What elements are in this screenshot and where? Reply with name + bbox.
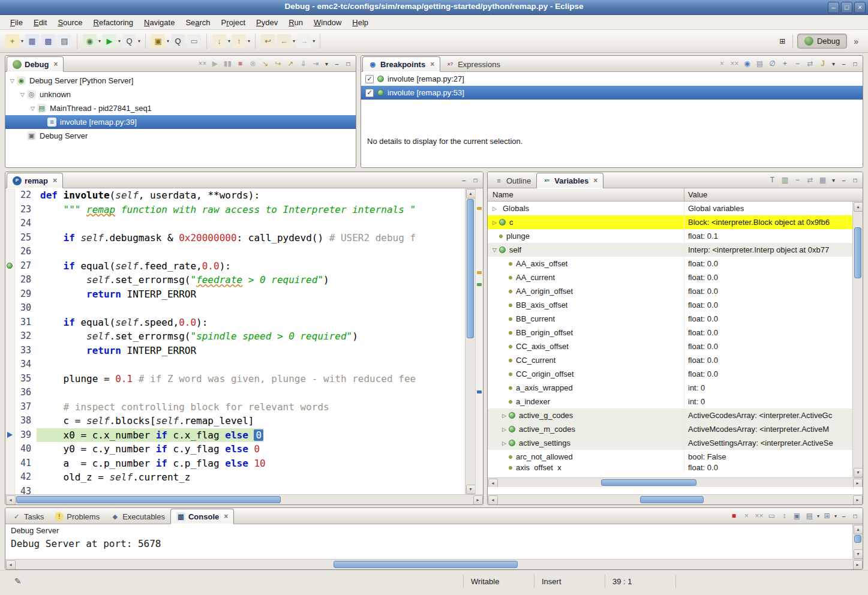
annotation-ruler-cell[interactable] [5,357,15,372]
scroll-left-icon[interactable]: ◂ [6,560,16,570]
previous-annotation-dropdown[interactable]: ▾ [248,38,250,44]
scroll-left-icon[interactable]: ◂ [6,495,16,505]
menu-edit[interactable]: Edit [28,16,52,29]
detail-pane-icon[interactable]: ▦ [817,175,828,186]
external-tools-icon[interactable]: Q [122,34,136,48]
code-line[interactable]: 24 [5,217,465,231]
close-tab-icon[interactable]: × [53,176,57,185]
code-line[interactable]: 43 [5,485,465,495]
code-line[interactable]: 38 c = self.blocks[self.remap_level] [5,414,465,428]
annotation-ruler-cell[interactable] [5,301,15,315]
annotation-ruler-cell[interactable] [5,188,15,203]
search-icon[interactable]: Q [171,34,185,48]
remove-all-terminated-icon[interactable]: ×× [753,510,765,522]
menu-search[interactable]: Search [180,16,215,29]
menu-pydev[interactable]: Pydev [251,16,283,29]
new-wizard-icon[interactable]: + [5,34,19,48]
annotation-ruler-cell[interactable] [5,245,15,259]
scrollbar-track[interactable] [466,199,474,483]
open-console-icon[interactable]: ⊞ [821,510,833,522]
scrollbar-thumb[interactable] [854,227,861,278]
show-breakpoints-for-icon[interactable]: ◉ [741,58,753,70]
debug-tree-item[interactable]: ▽▤MainThread - pid27841_seq1 [5,101,356,115]
scrollbar-track[interactable] [16,560,852,569]
minimize-button[interactable]: – [828,2,839,13]
tab-console[interactable]: ▥Console× [170,509,234,524]
new-wizard-dropdown[interactable]: ▾ [21,38,23,44]
code-line[interactable]: 29 return INTERP_ERROR [5,287,465,302]
open-perspective-icon[interactable]: ⊞ [777,35,788,47]
skip-all-breakpoints-icon[interactable]: ∅ [767,58,778,70]
close-tab-icon[interactable]: × [593,176,597,185]
annotation-ruler-cell[interactable] [5,217,15,231]
debug-icon[interactable]: ◉ [83,34,97,48]
menu-refactoring[interactable]: Refactoring [88,16,139,29]
menu-source[interactable]: Source [52,16,88,29]
code-line[interactable]: 31 if equal(self.speed,0.0): [5,315,465,330]
breakpoint-item[interactable]: ✓involute [remap.py:53] [361,86,863,100]
previous-annotation-icon[interactable]: ↑ [232,34,246,48]
tab-variables[interactable]: x=Variables× [536,173,603,188]
go-to-file-icon[interactable]: ▤ [754,58,765,70]
minimize-view-icon[interactable]: – [839,59,849,68]
debug-tree-item[interactable]: ▽◉Debug Server [Python Server] [5,74,356,88]
variable-row[interactable]: a_indexerint: 0 [488,395,852,408]
maximize-view-icon[interactable]: □ [470,175,480,185]
tree-expander-icon[interactable]: ▽ [18,92,27,98]
terminate-icon[interactable]: ■ [235,58,246,70]
minimize-view-icon[interactable]: – [839,511,849,521]
next-annotation-dropdown[interactable]: ▾ [228,38,230,44]
variable-row[interactable]: ▷GlobalsGlobal variables [488,202,852,215]
tab-debug[interactable]: Debug× [7,56,64,72]
tab-outline[interactable]: ≡Outline [489,173,536,188]
annotation-ruler-cell[interactable] [5,315,15,330]
annotation-ruler-cell[interactable] [5,414,15,428]
variables-tree-horizontal-scrollbar[interactable]: ◂ ▸ [488,477,863,487]
code-line[interactable]: 40 y0 = c.y_number if c.y_flag else 0 [5,442,465,456]
scroll-lock-icon[interactable]: ↕ [779,510,790,522]
debug-tree-item[interactable]: ≡involute [remap.py:39] [5,115,356,129]
scrollbar-track[interactable] [854,212,862,467]
step-into-icon[interactable]: ↘ [260,58,271,70]
print-icon[interactable]: ▤ [58,34,71,48]
mark-occurrences-icon[interactable]: ▭ [187,34,201,48]
show-type-names-icon[interactable]: T [767,175,778,186]
remove-breakpoint-icon[interactable]: × [716,58,728,70]
menu-project[interactable]: Project [216,16,251,29]
perspective-debug-button[interactable]: Debug [797,34,847,49]
variable-row[interactable]: BB_axis_offsetfloat: 0.0 [488,298,852,312]
scrollbar-thumb[interactable] [601,479,696,486]
scroll-left-icon[interactable]: ◂ [488,495,498,505]
scroll-right-icon[interactable]: ▸ [853,495,863,505]
code-line[interactable]: 32 self.set_errormsg("spindle speed > 0 … [5,329,465,344]
code-line[interactable]: 27 if equal(self.feed_rate,0.0): [5,259,465,274]
tree-expander-icon[interactable]: ▷ [500,413,509,419]
variables-vertical-scrollbar[interactable]: ▴ ▾ [852,202,863,477]
tab-executables[interactable]: ◆Executables [105,509,170,524]
code-line[interactable]: 34 [5,357,465,372]
variable-row[interactable]: plungefloat: 0.1 [488,229,852,243]
annotation-ruler-cell[interactable] [5,470,15,485]
scrollbar-thumb[interactable] [16,496,281,503]
tab-breakpoints[interactable]: ◉Breakpoints× [362,56,440,72]
code-line[interactable]: 22def involute(self, userdata, **words): [5,188,465,203]
code-line[interactable]: 33 return INTERP_ERROR [5,344,465,358]
breakpoint-item[interactable]: ✓involute [remap.py:27] [361,72,863,86]
variable-row[interactable]: arc_not_allowedbool: False [488,450,852,464]
scroll-up-icon[interactable]: ▴ [854,202,863,212]
variable-row[interactable]: CC_axis_offsetfloat: 0.0 [488,339,852,353]
scrollbar-track[interactable] [854,535,862,548]
code-line[interactable]: 35 plunge = 0.1 # if Z word was given, p… [5,372,465,386]
tab-remap[interactable]: Premap× [7,173,63,188]
scroll-up-icon[interactable]: ▴ [466,189,476,199]
scrollbar-thumb[interactable] [467,199,474,338]
annotation-ruler-cell[interactable] [5,259,15,274]
tree-expander-icon[interactable]: ▷ [500,440,509,446]
code-line[interactable]: 30 [5,301,465,315]
variable-row[interactable]: ▷active_g_codesActiveGcodesArray: <inter… [488,408,852,422]
scrollbar-thumb[interactable] [640,496,704,503]
save-all-icon[interactable]: ▩ [41,34,55,48]
maximize-view-icon[interactable]: □ [850,175,860,185]
code-line[interactable]: 28 self.set_errormsg("feedrate > 0 requi… [5,273,465,287]
tree-expander-icon[interactable]: ▷ [500,426,509,432]
